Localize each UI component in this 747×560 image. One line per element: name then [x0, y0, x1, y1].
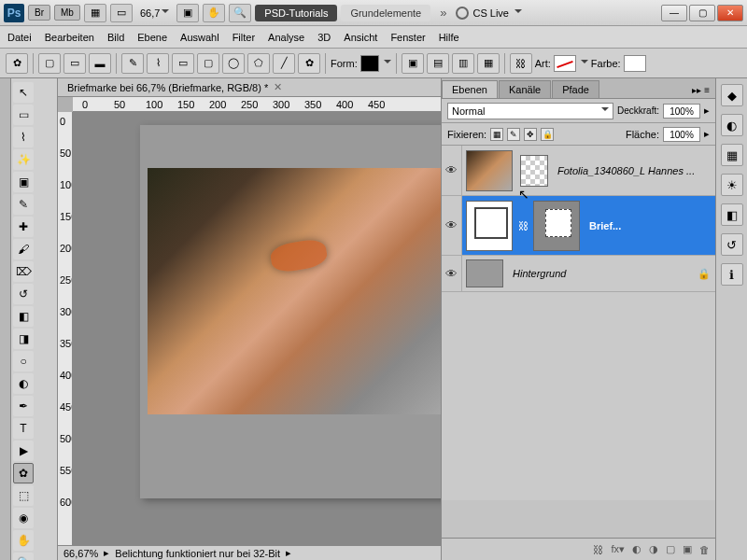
link-mask-icon[interactable]: ⛓	[516, 220, 529, 231]
opacity-input[interactable]: 100%	[663, 104, 700, 119]
path-icon[interactable]: ▭	[63, 53, 86, 74]
zoom-icon[interactable]: 🔍	[229, 4, 251, 22]
workspace-tab-1[interactable]: PSD-Tutorials	[255, 5, 337, 21]
shape-tool[interactable]: ✿	[13, 463, 34, 483]
delete-layer-icon[interactable]: 🗑	[699, 544, 710, 555]
layer-name[interactable]: Fotolia_1340860_L Hannes ...	[552, 165, 715, 176]
menu-auswahl[interactable]: Auswahl	[180, 32, 219, 43]
link-layers-icon[interactable]: ⛓	[593, 544, 603, 555]
new-layer-icon[interactable]: ▣	[683, 543, 692, 555]
crop-tool[interactable]: ▣	[13, 172, 34, 192]
eraser-tool[interactable]: ◧	[13, 306, 34, 327]
wand-tool[interactable]: ✨	[13, 149, 34, 170]
layer-row[interactable]: 👁 ⛓ Brief...	[442, 196, 715, 256]
shape-layer-icon[interactable]: ▢	[38, 53, 61, 74]
pen-icon[interactable]: ✎	[121, 53, 144, 74]
path-select-tool[interactable]: ▶	[13, 441, 34, 461]
blur-tool[interactable]: ○	[13, 351, 34, 371]
minibridge-button[interactable]: Mb	[54, 5, 80, 21]
panel-menu-icon[interactable]: ▸▸ ≡	[686, 82, 715, 98]
fill-icon[interactable]: ▬	[89, 53, 111, 74]
tab-pfade[interactable]: Pfade	[552, 80, 599, 98]
visibility-icon[interactable]: 👁	[442, 196, 462, 255]
history-panel-icon[interactable]: ↺	[721, 233, 743, 256]
swatches-panel-icon[interactable]: ◐	[721, 114, 743, 136]
maximize-button[interactable]: ▢	[689, 5, 715, 21]
menu-3d[interactable]: 3D	[317, 32, 331, 43]
move-tool[interactable]: ↖	[13, 82, 34, 103]
layer-name[interactable]: Brief...	[584, 220, 715, 231]
tab-ebenen[interactable]: Ebenen	[442, 80, 498, 98]
menu-filter[interactable]: Filter	[233, 32, 255, 43]
heal-tool[interactable]: ✚	[13, 217, 34, 237]
lock-brush-icon[interactable]: ✎	[507, 128, 520, 141]
stamp-tool[interactable]: ⌦	[13, 261, 34, 282]
ruler-vertical[interactable]: 050100150200250300350400450500550600	[58, 112, 73, 545]
zoom-level[interactable]: 66,7	[136, 7, 173, 19]
layer-thumbnail[interactable]	[466, 201, 513, 251]
layer-mask-thumbnail[interactable]	[520, 155, 548, 187]
bridge-button[interactable]: Br	[28, 5, 50, 21]
menu-hilfe[interactable]: Hilfe	[439, 32, 459, 43]
polygon-icon[interactable]: ⬠	[247, 53, 270, 74]
lasso-tool[interactable]: ⌇	[13, 127, 34, 147]
lock-move-icon[interactable]: ✥	[524, 128, 537, 141]
adjustments-panel-icon[interactable]: ☀	[721, 174, 743, 196]
status-zoom[interactable]: 66,67%	[63, 548, 98, 559]
menu-datei[interactable]: Datei	[7, 32, 32, 43]
3d-tool[interactable]: ⬚	[13, 485, 34, 506]
layer-thumbnail[interactable]	[466, 259, 503, 287]
document-tab[interactable]: Briefmarke bei 66,7% (Briefmarke, RGB/8)…	[58, 78, 441, 97]
gradient-tool[interactable]: ◨	[13, 329, 34, 349]
round-rect-icon[interactable]: ▢	[197, 53, 219, 74]
minimize-button[interactable]: —	[661, 5, 687, 21]
cs-live-button[interactable]: CS Live	[456, 7, 522, 20]
rect-icon[interactable]: ▭	[172, 53, 194, 74]
form-shape-picker[interactable]	[360, 55, 379, 72]
custom-shape-icon[interactable]: ✿	[298, 53, 320, 74]
menu-analyse[interactable]: Analyse	[268, 32, 304, 43]
visibility-icon[interactable]: 👁	[442, 146, 462, 195]
workspace-more-icon[interactable]: »	[434, 6, 452, 20]
combine-int-icon[interactable]: ▥	[452, 53, 474, 74]
brush-tool[interactable]: 🖌	[13, 239, 34, 259]
layer-name[interactable]: Hintergrund	[507, 268, 693, 279]
zoom-tool[interactable]: 🔍	[13, 553, 34, 560]
mask-icon[interactable]: ◐	[632, 543, 641, 555]
combine-sub-icon[interactable]: ▤	[427, 53, 449, 74]
canvas-viewport[interactable]	[73, 112, 441, 545]
link-icon[interactable]: ⛓	[510, 53, 532, 74]
marquee-tool[interactable]: ▭	[13, 105, 34, 125]
screen-mode-icon[interactable]: ▣	[176, 4, 199, 22]
lock-pixels-icon[interactable]: ▦	[490, 128, 503, 141]
arrange-docs-icon[interactable]: ▭	[110, 4, 133, 22]
fx-icon[interactable]: fx▾	[611, 543, 625, 555]
fill-input[interactable]: 100%	[663, 127, 700, 142]
menu-bild[interactable]: Bild	[107, 32, 124, 43]
combine-add-icon[interactable]: ▣	[402, 53, 424, 74]
menu-fenster[interactable]: Fenster	[390, 32, 425, 43]
line-icon[interactable]: ╱	[273, 53, 295, 74]
layer-row[interactable]: 👁 Fotolia_1340860_L Hannes ...	[442, 146, 715, 196]
layer-row[interactable]: 👁 Hintergrund 🔒	[442, 256, 715, 292]
blend-mode-dropdown[interactable]: Normal	[447, 103, 613, 119]
info-panel-icon[interactable]: ℹ	[721, 263, 743, 286]
art-dropdown-icon[interactable]	[581, 60, 588, 67]
close-button[interactable]: ✕	[717, 5, 743, 21]
color-panel-icon[interactable]: ◆	[721, 84, 743, 106]
left-dock-rail[interactable]	[0, 78, 11, 560]
menu-bearbeiten[interactable]: Bearbeiten	[45, 32, 94, 43]
type-tool[interactable]: T	[13, 418, 34, 439]
ellipse-icon[interactable]: ◯	[222, 53, 245, 74]
eyedropper-tool[interactable]: ✎	[13, 194, 34, 215]
combine-excl-icon[interactable]: ▦	[477, 53, 500, 74]
camera-tool[interactable]: ◉	[13, 508, 34, 528]
menu-ansicht[interactable]: Ansicht	[344, 32, 377, 43]
lock-all-icon[interactable]: 🔒	[541, 128, 554, 141]
pen-tool[interactable]: ✒	[13, 396, 34, 416]
ruler-horizontal[interactable]: 050100150200250300350400450	[73, 97, 441, 112]
document-close-icon[interactable]: ✕	[274, 81, 282, 93]
form-dropdown-icon[interactable]	[384, 60, 391, 67]
workspace-tab-2[interactable]: Grundelemente	[341, 5, 430, 21]
view-extras-icon[interactable]: ▦	[84, 4, 106, 22]
